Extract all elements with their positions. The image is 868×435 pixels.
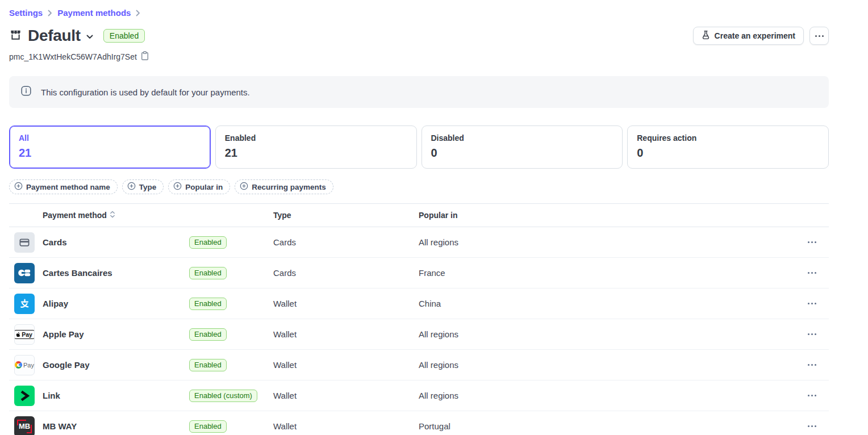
page-header: Default Enabled Create an experiment	[9, 26, 829, 45]
stat-label: Enabled	[225, 133, 407, 143]
payment-method-type: Wallet	[273, 360, 419, 370]
breadcrumb: Settings Payment methods	[9, 0, 829, 18]
table-row[interactable]: MB MB WAY Enabled Wallet Portugal	[9, 411, 829, 435]
plus-circle-icon	[14, 182, 23, 192]
cartes-bancaires-icon	[14, 263, 35, 283]
copy-config-id-button[interactable]	[141, 51, 149, 62]
table-row[interactable]: Cards Enabled Cards All regions	[9, 227, 829, 258]
payment-method-name: Cards	[43, 237, 189, 247]
column-header-payment-method[interactable]: Payment method	[43, 211, 273, 220]
payment-methods-page: Settings Payment methods Default Enabled	[9, 0, 829, 435]
ellipsis-icon	[808, 241, 816, 243]
breadcrumb-settings[interactable]: Settings	[9, 8, 43, 18]
stat-value: 0	[431, 147, 614, 160]
plus-circle-icon	[127, 182, 136, 192]
payment-method-type: Wallet	[273, 299, 419, 308]
config-id: pmc_1K1WxtHekC56W7AdhIrg7Set	[9, 52, 137, 61]
filter-label: Recurring payments	[252, 183, 326, 191]
row-overflow-button[interactable]	[804, 298, 820, 310]
payment-method-name: Cartes Bancaires	[43, 268, 189, 278]
status-badge: Enabled (custom)	[189, 390, 257, 402]
ellipsis-icon	[808, 364, 816, 366]
status-badge: Enabled	[189, 420, 227, 433]
table-row[interactable]: Pay Apple Pay Enabled Wallet All regions	[9, 319, 829, 350]
ellipsis-icon	[808, 425, 816, 427]
create-experiment-label: Create an experiment	[715, 31, 795, 40]
payment-method-name: MB WAY	[43, 421, 189, 431]
apple-pay-icon: Pay	[14, 324, 35, 345]
link-icon	[14, 386, 35, 406]
mb-way-icon: MB	[14, 416, 35, 435]
payment-method-popular-in: France	[419, 268, 795, 278]
banner-text: This configuration is used by default fo…	[41, 87, 250, 97]
status-badge: Enabled	[189, 328, 227, 341]
stat-cards: All 21 Enabled 21 Disabled 0 Requires ac…	[9, 126, 829, 169]
stat-label: All	[19, 133, 201, 143]
storefront-icon	[9, 28, 22, 44]
filter-label: Payment method name	[26, 183, 110, 191]
plus-circle-icon	[240, 182, 248, 192]
filter-recurring-payments[interactable]: Recurring payments	[235, 179, 333, 194]
payment-method-popular-in: All regions	[419, 237, 795, 247]
status-badge: Enabled	[189, 267, 227, 279]
payment-method-name: Google Pay	[43, 360, 189, 370]
column-header-popular-in: Popular in	[419, 211, 795, 220]
clipboard-icon	[141, 51, 149, 62]
google-pay-icon: Pay	[14, 355, 35, 375]
cards-icon	[14, 232, 35, 253]
row-overflow-button[interactable]	[804, 390, 820, 402]
stat-value: 21	[225, 147, 407, 160]
payment-method-name: Apple Pay	[43, 329, 189, 339]
payment-method-type: Wallet	[273, 421, 419, 431]
payment-method-popular-in: China	[419, 299, 795, 308]
stat-card-requires-action[interactable]: Requires action 0	[627, 126, 829, 169]
filter-payment-method-name[interactable]: Payment method name	[9, 179, 118, 194]
payment-method-popular-in: All regions	[419, 329, 795, 339]
apple-pay-mark-label: Pay	[22, 331, 32, 338]
table-header: Payment method Type Popular in	[9, 203, 829, 227]
sort-icon	[110, 211, 115, 220]
stat-card-disabled[interactable]: Disabled 0	[422, 126, 623, 169]
row-overflow-button[interactable]	[804, 328, 820, 341]
filter-bar: Payment method name Type Popular in Recu…	[9, 179, 829, 194]
filter-type[interactable]: Type	[122, 179, 164, 194]
row-overflow-button[interactable]	[804, 359, 820, 371]
header-overflow-button[interactable]	[809, 27, 829, 45]
stat-label: Requires action	[637, 133, 819, 143]
table-row[interactable]: Link Enabled (custom) Wallet All regions	[9, 380, 829, 411]
row-overflow-button[interactable]	[804, 267, 820, 279]
chevron-right-icon	[136, 10, 140, 16]
chevron-right-icon	[48, 10, 52, 16]
payment-method-popular-in: All regions	[419, 360, 795, 370]
google-logo: Pay	[15, 361, 34, 369]
status-badge: Enabled	[189, 298, 227, 310]
alipay-icon	[14, 294, 35, 314]
chevron-down-icon[interactable]	[86, 35, 93, 39]
apple-logo: Pay	[14, 330, 35, 339]
row-overflow-button[interactable]	[804, 420, 820, 433]
column-label: Payment method	[43, 211, 107, 220]
table-row[interactable]: Cartes Bancaires Enabled Cards France	[9, 258, 829, 288]
payment-method-type: Cards	[273, 237, 419, 247]
status-badge: Enabled	[189, 359, 227, 371]
google-pay-mark-label: Pay	[23, 362, 34, 369]
stat-card-enabled[interactable]: Enabled 21	[215, 126, 417, 169]
info-icon	[21, 86, 31, 98]
breadcrumb-payment-methods[interactable]: Payment methods	[57, 8, 131, 18]
filter-label: Popular in	[185, 183, 223, 191]
payment-method-popular-in: Portugal	[419, 421, 795, 431]
row-overflow-button[interactable]	[804, 236, 820, 249]
table-row[interactable]: Pay Google Pay Enabled Wallet All region…	[9, 350, 829, 380]
stat-card-all[interactable]: All 21	[9, 126, 211, 169]
ellipsis-icon	[815, 35, 824, 37]
ellipsis-icon	[808, 303, 816, 304]
table-row[interactable]: Alipay Enabled Wallet China	[9, 288, 829, 319]
stat-value: 21	[19, 147, 201, 160]
info-banner: This configuration is used by default fo…	[9, 76, 829, 108]
payment-methods-table: Payment method Type Popular in Cards Ena…	[9, 203, 829, 435]
create-experiment-button[interactable]: Create an experiment	[693, 27, 804, 45]
mb-way-mark-label: MB	[19, 422, 30, 430]
filter-popular-in[interactable]: Popular in	[168, 179, 230, 194]
filter-label: Type	[139, 183, 157, 191]
payment-method-type: Cards	[273, 268, 419, 278]
